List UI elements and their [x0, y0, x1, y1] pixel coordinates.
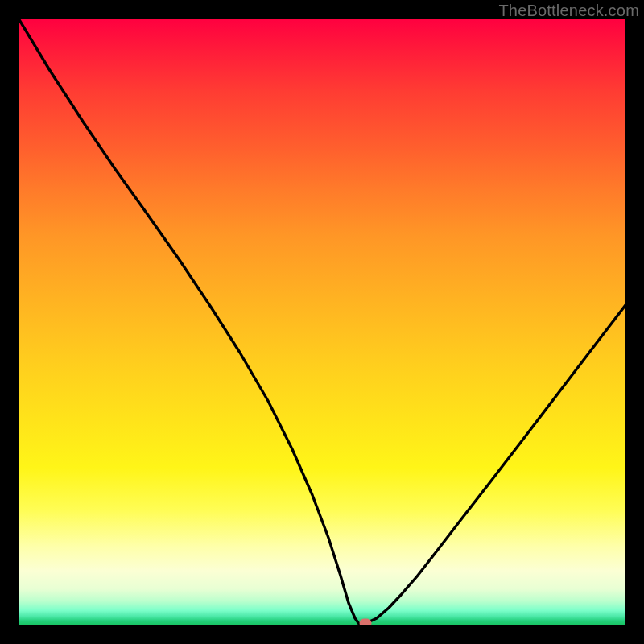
curve-layer	[19, 19, 625, 625]
minimum-marker-icon	[360, 619, 372, 626]
bottleneck-curve	[19, 19, 625, 624]
plot-area	[19, 19, 625, 625]
chart-container: TheBottleneck.com	[0, 0, 644, 644]
watermark-text: TheBottleneck.com	[498, 2, 639, 20]
